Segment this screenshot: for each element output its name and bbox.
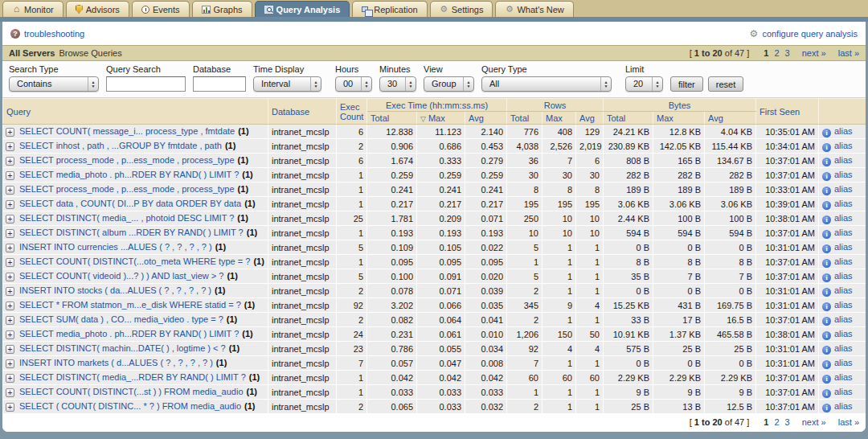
query-link[interactable]: SELECT COUNT( DISTINCT(...st ) ) FROM me… bbox=[19, 387, 244, 396]
tab-graphs[interactable]: Graphs bbox=[192, 1, 252, 17]
query-link[interactable]: SELECT media_photo . ph...RDER BY RAND( … bbox=[19, 329, 239, 338]
page-link-2[interactable]: 2 bbox=[774, 417, 779, 427]
col-header-bytes-max[interactable]: Max bbox=[653, 112, 705, 125]
filter-button[interactable]: filter bbox=[670, 76, 703, 92]
expand-row-button[interactable]: + bbox=[6, 128, 14, 137]
search-type-select[interactable]: Contains ▲▼ bbox=[9, 76, 99, 92]
col-header-exec-total[interactable]: Total bbox=[367, 112, 417, 125]
troubleshooting-link[interactable]: troubleshooting bbox=[24, 29, 84, 39]
alias-link[interactable]: alias bbox=[834, 387, 853, 396]
alias-link[interactable]: alias bbox=[834, 141, 853, 150]
expand-row-button[interactable]: + bbox=[6, 330, 14, 339]
expand-row-button[interactable]: + bbox=[6, 359, 14, 368]
tab-settings[interactable]: ⚙Settings bbox=[430, 1, 493, 17]
query-link[interactable]: SELECT inhost , path , ...GROUP BY fmtda… bbox=[19, 141, 222, 150]
expand-row-button[interactable]: + bbox=[6, 345, 14, 354]
query-link[interactable]: INSERT INTO stocks ( da...ALUES ( ? , ? … bbox=[19, 285, 211, 295]
col-header-bytes-total[interactable]: Total bbox=[604, 112, 653, 125]
expand-row-button[interactable]: + bbox=[6, 258, 14, 267]
query-link[interactable]: SELECT process_mode , p...ess_mode , pro… bbox=[19, 184, 235, 194]
alias-link[interactable]: alias bbox=[834, 199, 853, 208]
query-link[interactable]: INSERT INTO currencies ...ALUES ( ? , ? … bbox=[19, 242, 212, 252]
expand-row-button[interactable]: + bbox=[6, 215, 14, 224]
col-header-rows-max[interactable]: Max bbox=[542, 112, 576, 125]
expand-row-button[interactable]: + bbox=[6, 316, 14, 325]
tab-what-s-new[interactable]: ⚙What's New bbox=[495, 1, 573, 17]
alias-link[interactable]: alias bbox=[834, 170, 853, 179]
expand-row-button[interactable]: + bbox=[6, 142, 14, 151]
col-header-database[interactable]: Database bbox=[268, 99, 337, 125]
last-page-link[interactable]: last » bbox=[838, 48, 859, 58]
alias-link[interactable]: alias bbox=[834, 228, 853, 237]
alias-link[interactable]: alias bbox=[834, 184, 853, 194]
query-link[interactable]: SELECT media_photo . ph...RDER BY RAND( … bbox=[19, 170, 239, 179]
expand-row-button[interactable]: + bbox=[6, 302, 14, 310]
alias-link[interactable]: alias bbox=[834, 401, 853, 411]
expand-row-button[interactable]: + bbox=[6, 287, 14, 296]
alias-link[interactable]: alias bbox=[834, 285, 853, 295]
col-header-rows-total[interactable]: Total bbox=[507, 112, 542, 125]
expand-row-button[interactable]: + bbox=[6, 157, 14, 166]
expand-row-button[interactable]: + bbox=[6, 229, 14, 238]
col-header-bytes-avg[interactable]: Avg bbox=[705, 112, 756, 125]
alias-link[interactable]: alias bbox=[834, 329, 853, 338]
database-input[interactable] bbox=[193, 76, 246, 92]
next-page-link[interactable]: next » bbox=[802, 48, 826, 58]
alias-link[interactable]: alias bbox=[834, 213, 853, 223]
query-link[interactable]: SELECT DISTINCT( machin...DATE( ) , logt… bbox=[19, 343, 226, 353]
expand-row-button[interactable]: + bbox=[6, 186, 14, 195]
alias-link[interactable]: alias bbox=[834, 256, 853, 266]
expand-row-button[interactable]: + bbox=[6, 244, 14, 252]
alias-link[interactable]: alias bbox=[834, 155, 853, 165]
expand-row-button[interactable]: + bbox=[6, 374, 14, 383]
tab-query-analysis[interactable]: Query Analysis bbox=[255, 1, 350, 17]
tab-advisors[interactable]: Advisors bbox=[66, 1, 129, 17]
query-link[interactable]: SELECT process_mode , p...ess_mode , pro… bbox=[19, 155, 235, 165]
view-select[interactable]: Group ▲▼ bbox=[424, 76, 474, 92]
expand-row-button[interactable]: + bbox=[6, 200, 14, 209]
col-header-exec-avg[interactable]: Avg bbox=[465, 112, 507, 125]
col-header-first-seen[interactable]: First Seen bbox=[756, 99, 819, 125]
alias-link[interactable]: alias bbox=[834, 300, 853, 310]
expand-row-button[interactable]: + bbox=[6, 403, 14, 412]
alias-link[interactable]: alias bbox=[834, 242, 853, 252]
tab-replication[interactable]: Replication bbox=[352, 1, 427, 17]
query-link[interactable]: SELECT COUNT( DISTINCT(...oto_meta WHERE… bbox=[19, 256, 250, 266]
query-link[interactable]: SELECT SUM( data ) , CO... media_video .… bbox=[19, 314, 223, 324]
last-page-link[interactable]: last » bbox=[838, 417, 859, 427]
expand-row-button[interactable]: + bbox=[6, 388, 14, 397]
page-link-3[interactable]: 3 bbox=[785, 48, 790, 58]
alias-link[interactable]: alias bbox=[834, 271, 853, 281]
col-header-exec-count[interactable]: Exec Count bbox=[337, 99, 367, 125]
alias-link[interactable]: alias bbox=[834, 358, 853, 367]
minutes-select[interactable]: 30 ▲▼ bbox=[379, 76, 416, 92]
query-link[interactable]: SELECT ( COUNT( DISTINC... * ? ) FROM me… bbox=[19, 401, 241, 411]
page-link-2[interactable]: 2 bbox=[774, 48, 779, 58]
query-link[interactable]: SELECT DISTINCT( media_... , photoid DES… bbox=[19, 213, 234, 223]
limit-select[interactable]: 20 ▲▼ bbox=[625, 76, 663, 92]
query-link[interactable]: SELECT COUNT( videoid )...? ) ) AND last… bbox=[19, 271, 223, 281]
expand-row-button[interactable]: + bbox=[6, 171, 14, 180]
alias-link[interactable]: alias bbox=[834, 126, 853, 136]
tab-events[interactable]: Events bbox=[132, 1, 190, 17]
hours-select[interactable]: 00 ▲▼ bbox=[335, 76, 372, 92]
query-link[interactable]: SELECT data , COUNT( DI...P BY data ORDE… bbox=[19, 199, 241, 208]
alias-link[interactable]: alias bbox=[834, 372, 853, 382]
next-page-link[interactable]: next » bbox=[802, 417, 826, 427]
query-link[interactable]: SELECT DISTINCT( album ...RDER BY RAND( … bbox=[19, 228, 244, 237]
col-header-query[interactable]: Query bbox=[3, 99, 268, 125]
query-type-select[interactable]: All ▲▼ bbox=[481, 76, 612, 92]
col-header-rows-avg[interactable]: Avg bbox=[576, 112, 604, 125]
col-header-exec-max[interactable]: ▽Max bbox=[417, 112, 465, 125]
alias-link[interactable]: alias bbox=[834, 314, 853, 324]
query-search-input[interactable] bbox=[106, 76, 186, 92]
query-link[interactable]: SELECT DISTINCT( media_...RDER BY RAND( … bbox=[19, 372, 246, 382]
query-link[interactable]: SELECT COUNT( message_i... process_type … bbox=[19, 126, 235, 136]
expand-row-button[interactable]: + bbox=[6, 273, 14, 281]
configure-query-analysis-link[interactable]: configure query analysis bbox=[762, 29, 858, 39]
page-link-3[interactable]: 3 bbox=[785, 417, 790, 427]
time-display-select[interactable]: Interval ▲▼ bbox=[253, 76, 321, 92]
tab-monitor[interactable]: ⌂Monitor bbox=[2, 1, 63, 17]
reset-button[interactable]: reset bbox=[708, 76, 743, 92]
query-link[interactable]: INSERT INTO markets ( d...ALUES ( ? , ? … bbox=[19, 358, 213, 367]
